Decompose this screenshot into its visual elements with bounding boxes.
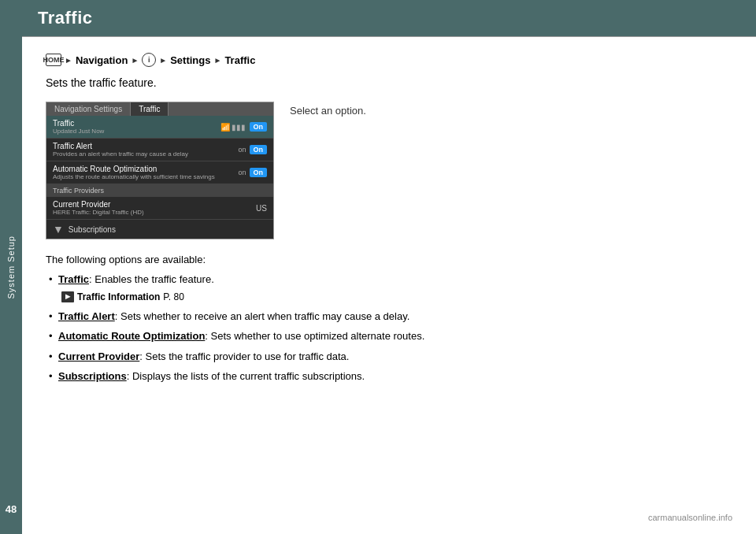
provider-label: Current Provider	[53, 200, 144, 209]
option-provider-text: : Sets the traffic provider to use for t…	[139, 350, 349, 362]
list-item-subscriptions: Subscriptions: Displays the lists of the…	[46, 369, 732, 384]
screenshot-row-traffic: Traffic Updated Just Now 📶 ▮▮▮ On	[46, 116, 273, 139]
breadcrumb-navigation: Navigation	[76, 54, 128, 66]
screenshot-subscriptions-row: ▼ Subscriptions	[46, 220, 273, 239]
page-description: Sets the traffic feature.	[46, 76, 732, 89]
option-alert-bold: Traffic Alert	[58, 310, 115, 322]
screenshot-row-auto-route: Automatic Route Optimization Adjusts the…	[46, 161, 273, 184]
section-header-providers: Traffic Providers	[46, 184, 273, 197]
option-provider-bold: Current Provider	[58, 350, 139, 362]
option-traffic-text: : Enables the traffic feature.	[89, 273, 214, 285]
list-item-provider: Current Provider: Sets the traffic provi…	[46, 349, 732, 365]
breadcrumb-settings: Settings	[170, 54, 210, 66]
provider-value: HERE Traffic: Digital Traffic (HD)	[53, 209, 144, 216]
nav-info-icon: i	[142, 53, 156, 67]
signal-icon: 📶 ▮▮▮	[220, 123, 246, 132]
options-list: Traffic: Enables the traffic feature. ▶ …	[46, 272, 732, 384]
traffic-controls: 📶 ▮▮▮ On	[220, 122, 267, 132]
main-content: Traffic HOME ► Navigation ► i ► Settings…	[22, 0, 756, 534]
traffic-title: Traffic	[53, 119, 220, 128]
breadcrumb-arrow-4: ►	[213, 56, 221, 65]
down-arrow-icon: ▼	[53, 223, 64, 235]
page-number: 48	[0, 500, 22, 518]
page-title: Traffic	[38, 8, 93, 28]
watermark: carmanualsonline.info	[648, 513, 732, 522]
auto-route-toggle: On	[250, 168, 268, 177]
screenshot-tab-nav-settings: Navigation Settings	[46, 102, 131, 116]
content-row: Navigation Settings Traffic Traffic Upda…	[46, 102, 732, 239]
auto-route-label: Automatic Route Optimization Adjusts the…	[53, 165, 238, 180]
select-option-text: Select an option.	[290, 102, 366, 239]
alert-off-label: on	[238, 146, 246, 154]
sidebar: System Setup	[0, 0, 22, 534]
screenshot-provider-row: Current Provider HERE Traffic: Digital T…	[46, 197, 273, 220]
screenshot-mockup: Navigation Settings Traffic Traffic Upda…	[46, 102, 274, 239]
traffic-info-ref: ▶ Traffic Information P. 80	[61, 290, 184, 304]
traffic-toggle: On	[250, 122, 268, 132]
page-header: Traffic	[22, 0, 756, 36]
list-item-alert: Traffic Alert: Sets whether to receive a…	[46, 309, 732, 324]
breadcrumb-arrow-3: ►	[159, 56, 167, 65]
alert-row-label: Traffic Alert Provides an alert when tra…	[53, 142, 238, 158]
auto-route-title: Automatic Route Optimization	[53, 165, 238, 173]
breadcrumb-arrow-1: ►	[65, 56, 72, 65]
screenshot-tab-traffic: Traffic	[131, 102, 169, 116]
alert-controls: on On	[238, 145, 267, 154]
subscriptions-label: Subscriptions	[69, 225, 116, 234]
home-icon: HOME	[46, 54, 61, 66]
alert-title: Traffic Alert	[53, 142, 238, 150]
breadcrumb-arrow-2: ►	[131, 56, 139, 65]
traffic-row-label: Traffic Updated Just Now	[53, 119, 220, 135]
auto-route-subtitle: Adjusts the route automatically with suf…	[53, 173, 238, 180]
list-item-auto-route: Automatic Route Optimization: Sets wheth…	[46, 328, 732, 344]
breadcrumb-traffic: Traffic	[224, 54, 255, 66]
screenshot-row-alert: Traffic Alert Provides an alert when tra…	[46, 139, 273, 161]
option-traffic-bold: Traffic	[58, 273, 89, 285]
sidebar-label: System Setup	[6, 235, 16, 299]
screenshot-tabs: Navigation Settings Traffic	[46, 102, 273, 116]
provider-code: US	[256, 204, 267, 213]
option-auto-route-bold: Automatic Route Optimization	[58, 330, 205, 342]
auto-route-off-label: on	[238, 169, 246, 176]
alert-subtitle: Provides an alert when traffic may cause…	[53, 150, 238, 158]
option-subscriptions-text: : Displays the lists of the current traf…	[127, 370, 365, 382]
auto-route-controls: on On	[238, 168, 267, 177]
provider-info: Current Provider HERE Traffic: Digital T…	[53, 200, 144, 216]
content-area: HOME ► Navigation ► i ► Settings ► Traff…	[22, 37, 756, 534]
option-subscriptions-bold: Subscriptions	[58, 370, 127, 382]
ref-icon: ▶	[61, 291, 74, 302]
breadcrumb: HOME ► Navigation ► i ► Settings ► Traff…	[46, 53, 732, 67]
list-item-traffic: Traffic: Enables the traffic feature. ▶ …	[46, 272, 732, 304]
traffic-subtitle: Updated Just Now	[53, 128, 220, 135]
ref-label: Traffic Information	[77, 290, 160, 304]
alert-toggle: On	[250, 145, 268, 154]
ref-page: P. 80	[163, 290, 183, 304]
option-alert-text: : Sets whether to receive an alert when …	[115, 310, 410, 322]
option-auto-route-text: : Sets whether to use optimized alternat…	[205, 330, 424, 342]
options-intro: The following options are available:	[46, 254, 732, 265]
